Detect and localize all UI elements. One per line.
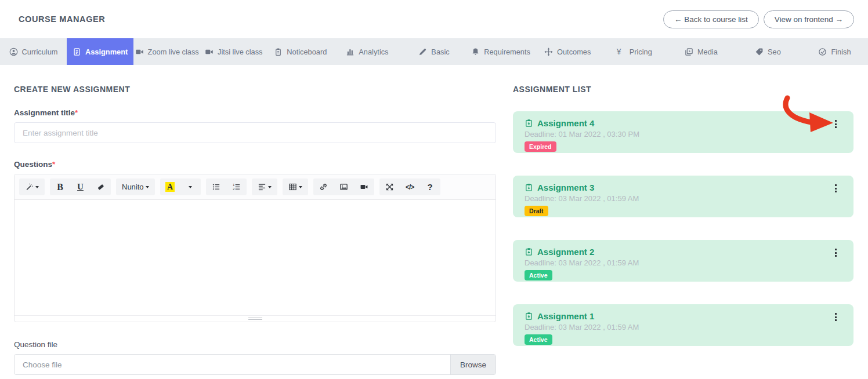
status-badge: Expired	[525, 141, 556, 152]
assignment-card[interactable]: Assignment 3 Deadline: 03 Mar 2022 , 01:…	[513, 176, 853, 217]
main-content: CREATE NEW ASSIGNMENT Assignment title* …	[0, 65, 868, 375]
assignment-card-title: Assignment 2	[525, 247, 842, 257]
tag-icon	[755, 48, 764, 56]
clipboard-check-icon	[525, 119, 533, 127]
more-options-icon[interactable]	[834, 183, 838, 194]
text-color-dropdown[interactable]	[180, 178, 201, 195]
assignment-name: Assignment 4	[537, 118, 594, 128]
bold-button[interactable]: B	[50, 178, 70, 195]
chevron-down-icon	[268, 186, 272, 188]
font-family-dropdown[interactable]: Nunito	[116, 178, 155, 195]
question-file-input[interactable]: Choose file Browse	[14, 354, 496, 375]
tab-label: Seo	[768, 48, 781, 56]
clipboard-check-icon	[525, 183, 533, 192]
svg-text:2: 2	[233, 187, 234, 191]
view-on-frontend-button[interactable]: View on frontend →	[764, 10, 854, 28]
insert-image-button[interactable]	[334, 178, 354, 195]
create-assignment-heading: CREATE NEW ASSIGNMENT	[14, 85, 496, 94]
text-color-button[interactable]: A	[160, 178, 180, 195]
check-circle-icon	[818, 48, 827, 56]
assignment-name: Assignment 1	[537, 311, 594, 321]
unordered-list-button[interactable]	[206, 178, 226, 195]
yen-icon: ¥	[617, 48, 625, 56]
font-family-value: Nunito	[122, 183, 144, 191]
tab-curriculum[interactable]: Curriculum	[0, 38, 67, 65]
assignment-name: Assignment 2	[537, 247, 594, 257]
tab-assignment[interactable]: Assignment	[67, 38, 133, 65]
insert-video-button[interactable]	[354, 178, 374, 195]
tab-label: Pricing	[630, 48, 652, 56]
clipboard-icon	[274, 48, 283, 56]
assignment-deadline: Deadline: 03 Mar 2022 , 01:59 AM	[525, 258, 842, 267]
assignment-card-title: Assignment 3	[525, 183, 842, 192]
assignment-deadline: Deadline: 03 Mar 2022 , 01:59 AM	[525, 194, 842, 203]
tab-label: Curriculum	[22, 48, 58, 56]
tab-analytics[interactable]: Analytics	[334, 38, 400, 65]
tab-zoom-live-class[interactable]: Zoom live class	[133, 38, 200, 65]
tab-label: Requirements	[484, 48, 530, 56]
tab-label: Outcomes	[557, 48, 591, 56]
tab-label: Jitsi live class	[218, 48, 263, 56]
more-options-icon[interactable]	[834, 247, 838, 258]
status-badge: Active	[525, 270, 552, 280]
eraser-icon[interactable]	[91, 178, 111, 195]
assignment-card[interactable]: Assignment 1 Deadline: 03 Mar 2022 , 01:…	[513, 304, 853, 346]
paragraph-align-dropdown[interactable]	[252, 178, 277, 195]
tab-requirements[interactable]: Requirements	[468, 38, 534, 65]
assignment-card[interactable]: Assignment 2 Deadline: 03 Mar 2022 , 01:…	[513, 240, 853, 282]
tab-label: Noticeboard	[287, 48, 327, 56]
assignment-card[interactable]: Assignment 4 Deadline: 01 Mar 2022 , 03:…	[513, 111, 853, 153]
assignment-list-panel: ASSIGNMENT LIST Assignment 4 Deadline: 0…	[513, 85, 853, 375]
chevron-down-icon	[299, 186, 302, 188]
more-options-icon[interactable]	[834, 312, 838, 322]
assignment-title-label: Assignment title*	[14, 108, 496, 117]
assignment-title-input[interactable]	[14, 122, 496, 143]
link-button[interactable]	[313, 178, 334, 195]
tab-pricing[interactable]: ¥Pricing	[601, 38, 668, 65]
chevron-down-icon	[189, 186, 192, 188]
assignment-list-heading: ASSIGNMENT LIST	[513, 85, 853, 94]
tab-label: Assignment	[85, 48, 128, 56]
code-view-button[interactable]: </>	[400, 178, 420, 195]
color-letter: A	[165, 182, 175, 192]
file-placeholder: Choose file	[15, 355, 450, 374]
file-text-icon	[73, 48, 81, 56]
header-actions: ← Back to course list View on frontend →	[663, 10, 854, 28]
tab-label: Basic	[431, 48, 449, 56]
user-circle-icon	[9, 48, 18, 56]
tab-basic[interactable]: Basic	[400, 38, 467, 65]
editor-content[interactable]	[15, 200, 496, 315]
page-title: COURSE MANAGER	[19, 14, 105, 24]
editor-toolbar: B U Nunito A	[15, 174, 496, 200]
table-dropdown[interactable]	[283, 178, 308, 195]
chevron-down-icon	[35, 186, 39, 188]
bell-icon	[471, 48, 480, 56]
ordered-list-button[interactable]: 12	[226, 178, 247, 195]
tab-media[interactable]: Media	[668, 38, 735, 65]
course-tabs: Curriculum Assignment Zoom live class Ji…	[0, 38, 868, 65]
questions-label: Questions*	[14, 160, 496, 169]
magic-style-button[interactable]	[19, 178, 45, 195]
video-camera-icon	[135, 48, 144, 56]
more-options-icon[interactable]	[834, 119, 838, 129]
tab-noticeboard[interactable]: Noticeboard	[267, 38, 334, 65]
back-to-course-list-button[interactable]: ← Back to course list	[663, 10, 759, 28]
required-asterisk: *	[52, 160, 55, 169]
resize-handle[interactable]	[248, 318, 262, 320]
fullscreen-button[interactable]	[379, 178, 400, 195]
tab-outcomes[interactable]: Outcomes	[534, 38, 601, 65]
svg-text:1: 1	[233, 183, 234, 187]
clipboard-check-icon	[525, 247, 533, 256]
tab-label: Media	[697, 48, 718, 56]
help-button[interactable]: ?	[420, 178, 440, 195]
course-manager-page: COURSE MANAGER ← Back to course list Vie…	[0, 0, 868, 379]
tab-seo[interactable]: Seo	[735, 38, 801, 65]
tab-jitsi-live-class[interactable]: Jitsi live class	[200, 38, 267, 65]
underline-button[interactable]: U	[70, 178, 91, 195]
bar-chart-icon	[346, 48, 355, 56]
question-file-label: Question file	[14, 340, 496, 349]
tab-finish[interactable]: Finish	[801, 38, 868, 65]
editor-statusbar	[15, 315, 496, 322]
browse-button[interactable]: Browse	[450, 355, 496, 374]
tab-label: Zoom live class	[148, 48, 199, 56]
